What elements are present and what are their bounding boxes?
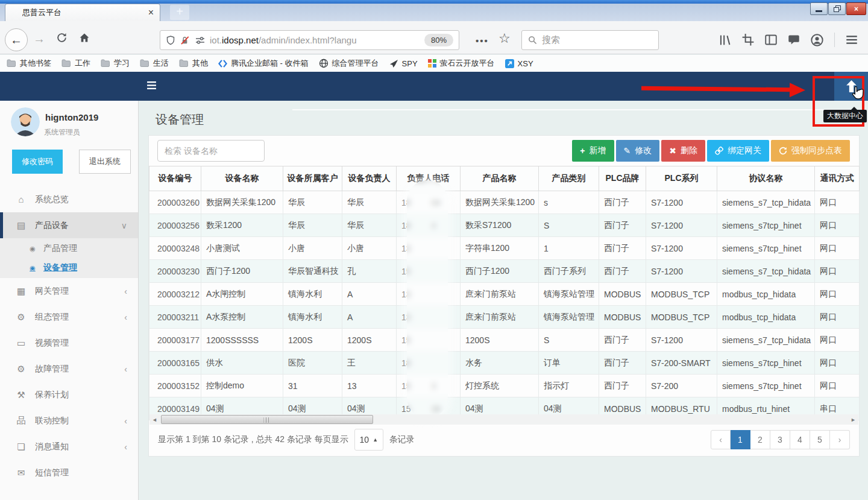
bookmark-item[interactable]: XSY [505,59,533,68]
bookmark-item[interactable]: SPY [389,59,418,68]
sidebar-collapse-icon[interactable] [146,81,157,90]
bookmark-label: 综合管理平台 [332,58,379,69]
menu-icon[interactable] [846,34,858,46]
bookmark-item[interactable]: 综合管理平台 [319,58,379,69]
page-number-button[interactable]: 1 [731,430,750,449]
sidebar-item[interactable]: 品联动控制‹ [0,408,138,434]
column-header: 通讯方式 [815,166,860,191]
bookmark-item[interactable]: 腾讯企业邮箱 - 收件箱 [218,58,309,69]
user-role: 系统管理员 [44,127,80,138]
bookmark-item[interactable]: 学习 [101,58,130,69]
page-title: 设备管理 [156,112,204,128]
sidebar-item[interactable]: ❏消息通知‹ [0,434,138,460]
bookmark-label: 其他 [192,58,208,69]
back-button[interactable]: ← [5,28,28,51]
browser-tab[interactable]: 思普云平台 × [5,4,160,21]
zoom-level-badge[interactable]: 80% [424,34,453,46]
sidebar-item[interactable]: ▭视频管理 [0,330,138,356]
table-cell: 西门子 [599,260,646,283]
table-row[interactable]: 200003165供水医院王18水务订单西门子S7-200-SMARTsieme… [149,352,860,375]
table-row[interactable]: 200003230西门子1200华辰智通科技孔15西门子1200西门子系列西门子… [149,260,860,283]
page-size-dropdown[interactable]: 10 ▲ [354,429,383,451]
action-button-绑定网关[interactable]: 绑定网关 [707,140,769,162]
scrollbar-track[interactable] [160,414,848,425]
logout-button[interactable]: 退出系统 [79,150,131,174]
table-cell: 孔 [342,260,397,283]
change-password-button[interactable]: 修改密码 [12,150,63,174]
browser-titlebar: 思普云平台 × + × [0,0,868,21]
table-cell: 200003177 [149,329,201,352]
minimize-button[interactable] [810,2,828,15]
sms-icon: ✉ [16,467,27,478]
table-cell: 医院 [283,352,342,375]
table-cell: 庶来门前泵站 [461,283,539,306]
sidebar-item[interactable]: ▤产品设备∨ [0,212,138,238]
table-cell: 西门子 [599,329,646,352]
library-icon[interactable] [719,34,731,46]
sidebar-item[interactable]: ▦网关管理‹ [0,278,138,304]
bookmark-item[interactable]: 其他 [179,58,208,69]
reload-button[interactable] [57,33,67,43]
table-row[interactable]: 200003152控制demo3113153灯控系统指示灯西门子S7-200si… [149,375,860,397]
screenshot-icon[interactable] [742,34,754,46]
pagination-summary: 显示第 1 到第 10 条记录 , 总共 42 条记录 每页显示 [158,434,348,445]
page-number-button[interactable]: 2 [750,430,770,449]
browser-home-button[interactable] [79,33,90,43]
bookmark-item[interactable]: 萤石云开放平台 [428,58,495,69]
sync-icon [779,147,787,155]
sidebar-item[interactable]: ⚙故障管理‹ [0,356,138,382]
table-row[interactable]: 200003260数据网关采集1200华辰华辰1804数据网关采集1200s西门… [149,191,860,214]
sidebar-item[interactable]: ⌂系统总览 [0,186,138,212]
new-tab-button[interactable]: + [170,5,189,20]
action-button-label: 删除 [681,145,697,156]
table-row[interactable]: 200003256数采1200华辰华辰184数采S71200S西门子S7-120… [149,214,860,237]
table-cell: 华辰 [283,191,342,214]
sidebar-item[interactable]: ✉短信管理 [0,460,138,486]
scroll-left-arrow[interactable]: ◄ [149,414,160,425]
scrollbar-thumb[interactable] [161,415,373,424]
bookmark-item[interactable]: 工作 [61,58,90,69]
sidebar-item[interactable]: ⚒保养计划 [0,382,138,408]
browser-search-box[interactable]: 搜索 [521,30,659,50]
sidebar-item[interactable]: ⚙组态管理‹ [0,304,138,330]
page-actions-icon[interactable]: ••• [476,36,489,46]
forward-button[interactable]: → [33,32,45,46]
table-cell: modbus_tcp_hidata [717,306,815,329]
bookmark-star-icon[interactable]: ☆ [498,31,511,46]
action-button-删除[interactable]: ✖删除 [661,140,705,162]
sidebar-subitem[interactable]: ◉设备管理 [0,258,138,277]
bookmark-item[interactable]: 其他书签 [7,58,51,69]
scroll-right-arrow[interactable]: ► [848,414,858,425]
sidebar-toggle-icon[interactable] [765,34,777,46]
table-cell: 网口 [815,260,860,283]
page-prev-button[interactable]: ‹ [711,430,731,449]
table-row[interactable]: 2000031771200SSSSSS1200S1200S151200SS西门子… [149,329,860,352]
table-cell: 西门子 [599,214,646,237]
action-button-修改[interactable]: ✎修改 [616,140,660,162]
action-button-强制同步点表[interactable]: 强制同步点表 [771,140,850,162]
device-search-input[interactable] [157,140,265,162]
restore-button[interactable] [828,2,846,15]
table-cell: 数采1200 [201,214,283,237]
toolbar-divider [834,33,835,47]
page-next-button[interactable]: › [830,430,850,449]
bookmark-item[interactable]: 生活 [140,58,169,69]
table-cell: 华辰智通科技 [283,260,342,283]
device-panel: +新增✎修改✖删除绑定网关强制同步点表 设备编号设备名称设备所属客户设备负责人负… [148,135,860,457]
action-button-新增[interactable]: +新增 [572,140,614,162]
table-row[interactable]: 200003211A水泵控制镇海水利A13庶来门前泵站镇海泵站管理MODBUSM… [149,306,860,329]
table-cell: siemens_s7tcp_hinet [717,237,815,260]
table-row[interactable]: 200003212A水闸控制镇海水利A13庶来门前泵站镇海泵站管理MODBUSM… [149,283,860,306]
close-button[interactable]: × [846,2,866,15]
horizontal-scrollbar[interactable]: ◄ ► [149,414,858,425]
sidebar-subitem[interactable]: ◉产品管理 [0,239,138,258]
table-row[interactable]: 200003248小唐测试小唐小唐13字符串12001西门子S7-1200sie… [149,237,860,260]
table-cell: 西门子 [599,352,646,375]
page-number-button[interactable]: 3 [770,430,790,449]
messages-icon[interactable] [788,34,800,46]
account-icon[interactable] [811,34,823,46]
url-bar[interactable]: iot.idosp.net/admin/index.html?langu 80% [160,30,459,50]
page-number-button[interactable]: 5 [810,430,830,449]
tab-close-icon[interactable]: × [148,8,154,17]
page-number-button[interactable]: 4 [790,430,810,449]
